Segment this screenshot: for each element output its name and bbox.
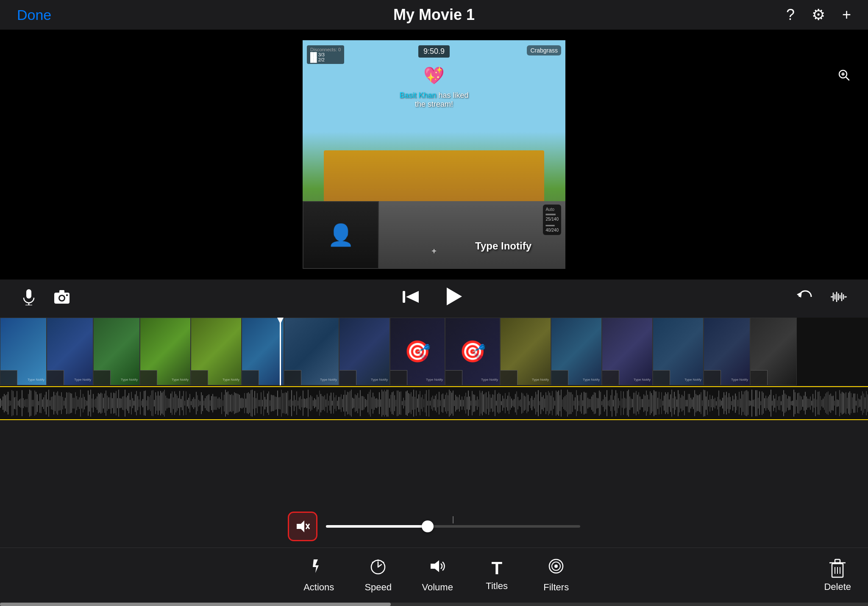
clip-1[interactable]: Type Notify — [0, 318, 47, 385]
clip-4[interactable]: Type Notify — [140, 318, 191, 385]
filters-label: Filters — [543, 582, 569, 593]
clip-13[interactable]: Type Notify — [602, 318, 653, 385]
timeline-area[interactable]: Type Notify Type Notify Type Notify Type… — [0, 318, 868, 505]
game-score-right: Crabgrass — [527, 45, 561, 55]
zoom-button[interactable] — [832, 64, 855, 86]
clip-14[interactable]: Type Notify — [653, 318, 704, 385]
timeline-playhead[interactable] — [280, 318, 281, 385]
bottom-toolbar: Actions Speed — [0, 548, 868, 603]
settings-button[interactable]: ⚙ — [812, 6, 825, 24]
volume-mute-button[interactable] — [288, 512, 317, 541]
timeline-scrubber[interactable]: Type Notify Type Notify Type Notify Type… — [0, 318, 868, 385]
bottom-progress-bar[interactable] — [0, 603, 868, 606]
titles-label: Titles — [486, 581, 508, 592]
mic-button[interactable] — [21, 288, 36, 309]
toolbar-center: Actions Speed — [51, 558, 824, 593]
timeline-clips: Type Notify Type Notify Type Notify Type… — [0, 318, 868, 385]
svg-rect-39 — [835, 559, 840, 563]
delete-button[interactable]: Delete — [824, 559, 851, 592]
clip-3[interactable]: Type Notify — [93, 318, 140, 385]
speed-icon — [370, 558, 387, 578]
main-area: 9:50.9 💖 Basit Khan has likedthe stream!… — [0, 30, 868, 606]
titles-icon: T — [491, 559, 502, 577]
header-right: ? ⚙ + — [786, 6, 851, 24]
svg-rect-11 — [66, 294, 68, 296]
audio-waveform — [0, 386, 868, 420]
svg-marker-13 — [406, 291, 419, 303]
scene-building — [324, 150, 544, 201]
like-username: Basit Khan — [399, 91, 436, 100]
waveform-button[interactable] — [830, 288, 847, 309]
actions-label: Actions — [303, 582, 334, 593]
like-notification: Basit Khan has likedthe stream! — [399, 91, 468, 109]
add-button[interactable]: + — [842, 6, 851, 24]
playback-right — [796, 288, 847, 309]
svg-marker-14 — [447, 288, 462, 305]
svg-marker-26 — [297, 520, 304, 532]
toolbar-item-volume[interactable]: Volume — [420, 558, 454, 593]
playback-left — [21, 288, 70, 309]
volume-center-tick: | — [452, 515, 454, 524]
done-button[interactable]: Done — [17, 7, 51, 23]
camera-button[interactable] — [53, 289, 70, 308]
clip-7[interactable]: Type Notify — [284, 318, 339, 385]
svg-point-36 — [554, 564, 558, 568]
toolbar-item-actions[interactable]: Actions — [302, 558, 336, 593]
volume-label: Volume — [422, 582, 453, 593]
clip-12[interactable]: Type Notify — [551, 318, 602, 385]
help-button[interactable]: ? — [786, 6, 795, 24]
clip-2[interactable]: Type Notify — [47, 318, 93, 385]
svg-line-30 — [372, 562, 373, 563]
undo-button[interactable] — [796, 288, 813, 309]
clip-8[interactable]: Type Notify — [339, 318, 390, 385]
video-preview-container: 9:50.9 💖 Basit Khan has likedthe stream!… — [0, 30, 868, 279]
clip-6[interactable] — [242, 318, 284, 385]
clip-9[interactable]: 🎯 Type Notify — [390, 318, 445, 385]
progress-fill — [0, 603, 391, 606]
filters-icon — [548, 558, 565, 578]
game-score-left: Disconnects: 0 ██ 3/3 ██ 2/2 — [307, 45, 344, 64]
speed-label: Speed — [364, 582, 392, 593]
svg-point-9 — [60, 296, 64, 300]
type-notify-plus: + — [431, 246, 437, 256]
svg-line-32 — [383, 562, 384, 563]
movie-title: My Movie 1 — [393, 6, 475, 24]
clip-10[interactable]: 🎯 Type Notify — [445, 318, 500, 385]
clip-15[interactable]: Type Notify — [704, 318, 750, 385]
clip-11[interactable]: Type Notify — [500, 318, 551, 385]
delete-label: Delete — [824, 581, 851, 592]
clip-5[interactable]: Type Notify — [191, 318, 242, 385]
video-background: 9:50.9 💖 Basit Khan has likedthe stream!… — [303, 40, 565, 269]
heart-icon: 💖 — [423, 66, 445, 86]
volume-track[interactable]: | — [326, 525, 580, 528]
toolbar-item-titles[interactable]: T Titles — [480, 559, 514, 592]
svg-marker-33 — [431, 560, 439, 572]
header-left: Done — [17, 7, 51, 23]
type-inotify-label: Type Inotify — [475, 240, 531, 252]
timeline-below — [0, 420, 868, 446]
playback-center — [402, 285, 465, 313]
actions-icon — [310, 558, 327, 578]
clip-16[interactable] — [750, 318, 797, 385]
svg-rect-4 — [26, 289, 31, 299]
svg-rect-10 — [59, 290, 64, 293]
toolbar-item-speed[interactable]: Speed — [361, 558, 395, 593]
game-ui-top: Disconnects: 0 ██ 3/3 ██ 2/2 Crabgrass — [303, 45, 565, 64]
toolbar-item-filters[interactable]: Filters — [539, 558, 573, 593]
weapon-hud: Auto ═══ 25/140 ═══ 40/240 — [543, 205, 561, 235]
streamer-cam: 👤 — [303, 201, 379, 269]
skip-back-button[interactable] — [402, 288, 420, 310]
volume-thumb[interactable] — [422, 520, 434, 532]
app-header: Done My Movie 1 ? ⚙ + — [0, 0, 868, 30]
volume-fill — [326, 525, 428, 528]
svg-line-1 — [846, 77, 849, 80]
volume-slider-area: | — [0, 505, 868, 548]
playback-controls — [0, 279, 868, 318]
video-preview: 9:50.9 💖 Basit Khan has likedthe stream!… — [303, 40, 565, 269]
play-button[interactable] — [442, 285, 465, 313]
volume-icon — [429, 558, 446, 578]
svg-rect-12 — [403, 291, 405, 303]
